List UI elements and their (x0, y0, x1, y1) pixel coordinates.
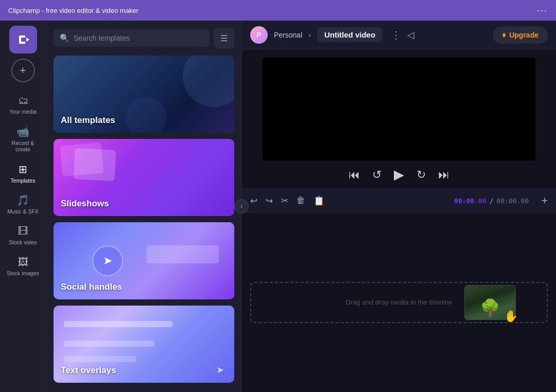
title-more-button[interactable]: ⋮ (391, 29, 401, 41)
your-media-label: Your media (9, 109, 37, 115)
clip-icon: 📋 (314, 196, 324, 206)
skip-to-end-button[interactable]: ⏭ (438, 168, 449, 182)
delete-button[interactable]: 🗑 (297, 195, 305, 206)
cut-button[interactable]: ✂ (281, 195, 288, 206)
search-input-wrap[interactable]: 🔍 (54, 29, 210, 47)
play-icon: ▶ (394, 167, 404, 183)
stock-video-icon: 🎞 (18, 225, 28, 237)
record-label: Record &create (12, 140, 34, 153)
music-label: Music & SFX (7, 208, 39, 215)
card-slideshows-label: Slideshows (61, 199, 109, 209)
clip-button[interactable]: 📋 (314, 195, 324, 206)
timeline-area: Drag and drop media to the timeline 🌳 ✋ (242, 212, 556, 392)
upgrade-label: Upgrade (509, 31, 538, 39)
undo-icon: ↩ (250, 196, 257, 206)
editor-header: P Personal › Untitled video ⋮ ◁ ♦ Upgrad… (242, 21, 556, 49)
search-bar: 🔍 ☰ (46, 21, 241, 54)
skip-forward-icon: ⏭ (438, 168, 449, 182)
sidebar-item-stock-images[interactable]: 🖼 Stock images (2, 252, 44, 281)
search-input[interactable] (74, 34, 203, 42)
diamond-icon: ♦ (502, 30, 506, 40)
avatar: P (250, 26, 268, 44)
video-preview (263, 58, 535, 161)
delete-icon: 🗑 (297, 195, 305, 205)
drop-zone-label: Drag and drop media to the timeline (346, 298, 453, 306)
skip-back-icon: ⏮ (349, 168, 360, 182)
rewind-icon: ↺ (372, 168, 381, 182)
redo-icon: ↪ (266, 196, 273, 206)
card-social-handles-label: Social handles (61, 282, 122, 292)
card-all-templates-label: All templates (61, 115, 115, 126)
template-card-slideshows[interactable]: Slideshows (54, 139, 234, 216)
drop-zone[interactable]: Drag and drop media to the timeline 🌳 ✋ (250, 282, 548, 323)
logo-button[interactable] (9, 26, 37, 54)
timecode-sep: / (490, 197, 494, 205)
template-card-social-handles[interactable]: ➤ Social handles (54, 222, 234, 299)
templates-panel: 🔍 ☰ All templates Slideshows (46, 21, 242, 392)
skip-to-start-button[interactable]: ⏮ (349, 168, 360, 182)
left-navigation: + 🗂 Your media 📹 Record &create ⊞ Templa… (0, 21, 46, 392)
svg-rect-0 (14, 30, 32, 49)
play-button[interactable]: ▶ (394, 167, 404, 183)
sidebar-item-music[interactable]: 🎵 Music & SFX (2, 190, 44, 219)
social-circle-design: ➤ (92, 245, 123, 276)
timeline-toolbar: ↩ ↪ ✂ 🗑 📋 00:00.00 / 00:00.00 (242, 189, 556, 212)
sidebar-item-record[interactable]: 📹 Record &create (2, 121, 44, 157)
upgrade-button[interactable]: ♦ Upgrade (493, 26, 548, 44)
social-arrow-icon: ➤ (103, 254, 112, 268)
personal-label: Personal (274, 31, 302, 39)
filter-icon: ☰ (220, 33, 228, 43)
templates-icon: ⊞ (19, 163, 27, 175)
breadcrumb-arrow: › (308, 31, 311, 39)
timecode-current: 00:00.00 (454, 197, 486, 205)
add-icon: + (541, 194, 548, 207)
your-media-icon: 🗂 (18, 95, 28, 106)
card-text-overlays-label: Text overlays (61, 365, 116, 376)
avatar-initial: P (256, 31, 261, 39)
record-icon: 📹 (16, 126, 29, 138)
titlebar-more-button[interactable]: ··· (537, 5, 548, 16)
video-title[interactable]: Untitled video (317, 27, 383, 42)
collapse-icon: ‹ (240, 203, 242, 210)
stock-images-icon: 🖼 (18, 256, 28, 268)
timecode-total: 00:00.00 (497, 197, 529, 205)
editor-area: P Personal › Untitled video ⋮ ◁ ♦ Upgrad… (242, 21, 556, 392)
forward-button[interactable]: ↻ (416, 168, 426, 182)
undo-button[interactable]: ↩ (250, 195, 257, 206)
stock-images-label: Stock images (7, 270, 39, 277)
rewind-button[interactable]: ↺ (372, 168, 381, 182)
template-list: All templates Slideshows ➤ Social handle… (46, 54, 241, 392)
stock-video-label: Stock video (9, 239, 37, 246)
template-card-text-overlays[interactable]: ➤ Text overlays (54, 306, 234, 383)
app-title: Clipchamp - free video editor & video ma… (8, 7, 138, 14)
sidebar-item-your-media[interactable]: 🗂 Your media (2, 91, 44, 119)
create-button[interactable]: + (11, 59, 35, 82)
search-icon: 🔍 (60, 33, 70, 43)
timecode: 00:00.00 / 00:00.00 (454, 197, 529, 205)
sidebar-item-templates[interactable]: ⊞ Templates (2, 159, 44, 188)
add-to-timeline-button[interactable]: + (541, 194, 548, 207)
tree-icon: 🌳 (480, 298, 500, 317)
share-button[interactable]: ◁ (407, 29, 414, 41)
playback-controls: ⏮ ↺ ▶ ↻ ⏭ (242, 167, 556, 189)
grab-cursor-icon: ✋ (504, 310, 518, 323)
sidebar-item-stock-video[interactable]: 🎞 Stock video (2, 221, 44, 250)
collapse-panel-button[interactable]: ‹ (234, 199, 249, 213)
redo-button[interactable]: ↪ (266, 195, 273, 206)
title-bar: Clipchamp - free video editor & video ma… (0, 0, 556, 21)
filter-button[interactable]: ☰ (214, 28, 234, 48)
forward-icon: ↻ (416, 168, 426, 182)
template-card-all-templates[interactable]: All templates (54, 56, 234, 133)
music-icon: 🎵 (16, 194, 29, 206)
cut-icon: ✂ (281, 196, 288, 206)
text-overlay-arrow-icon: ➤ (216, 364, 224, 376)
templates-label: Templates (11, 177, 36, 184)
